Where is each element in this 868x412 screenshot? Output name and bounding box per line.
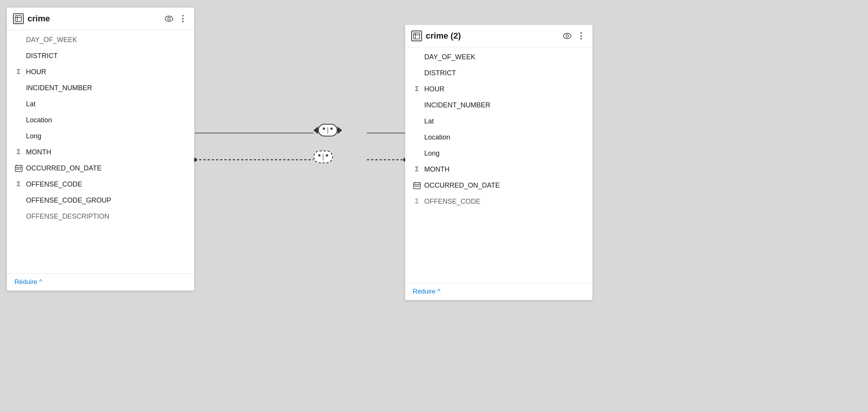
field-name: INCIDENT_NUMBER (424, 101, 585, 109)
svg-rect-19 (414, 33, 420, 39)
field-name: INCIDENT_NUMBER (26, 84, 187, 92)
field-name: Lat (26, 100, 187, 108)
calendar-icon (413, 182, 421, 189)
list-item: OCCURRED_ON_DATE (7, 160, 194, 176)
card1-body[interactable]: DAY_OF_WEEK DISTRICT Σ HOUR INCIDENT_NUM… (7, 30, 194, 273)
list-item: Long (7, 128, 194, 144)
card1-title: crime (28, 14, 160, 24)
sigma-icon: Σ (15, 149, 23, 156)
list-item: OFFENSE_CODE_GROUP (7, 192, 194, 208)
svg-rect-29 (417, 186, 418, 187)
card1-header: crime ⋮ (7, 8, 194, 30)
card2-body[interactable]: DAY_OF_WEEK DISTRICT Σ HOUR INCIDENT_NUM… (405, 47, 592, 283)
svg-rect-16 (16, 169, 18, 170)
relationship-badge-1: * | * (313, 124, 342, 136)
arrow-right-1 (337, 127, 342, 134)
table-card-1: crime ⋮ DAY_OF_WEEK DISTRICT (7, 8, 194, 290)
field-name: DAY_OF_WEEK (26, 36, 187, 44)
svg-rect-28 (415, 186, 416, 187)
field-name: Location (424, 133, 585, 141)
field-name: MONTH (424, 165, 585, 174)
card1-header-icons: ⋮ (164, 13, 188, 24)
sigma-icon: Σ (413, 86, 421, 92)
field-name: DISTRICT (26, 52, 187, 60)
field-name: OFFENSE_CODE (26, 180, 187, 188)
card2-header-icons: ⋮ (562, 30, 586, 42)
badge-left-symbol-2: * (318, 153, 321, 161)
card2-footer: Réduire ^ (405, 283, 592, 300)
list-item: DISTRICT (405, 65, 592, 81)
badge-inner-2: * | * (313, 151, 333, 163)
card2-more-icon[interactable]: ⋮ (576, 30, 586, 42)
list-item: INCIDENT_NUMBER (405, 97, 592, 113)
badge-inner-1: * | * (318, 124, 337, 136)
field-name: DISTRICT (424, 69, 585, 77)
field-name: Long (424, 149, 585, 157)
svg-point-23 (566, 35, 569, 37)
svg-rect-30 (418, 186, 419, 187)
field-name: Location (26, 116, 187, 124)
list-item: Σ MONTH (405, 161, 592, 177)
field-name: OFFENSE_DESCRIPTION (26, 212, 187, 221)
arrow-left-1 (313, 127, 318, 134)
list-item: OFFENSE_DESCRIPTION (7, 208, 194, 224)
list-item-location-2: Location (405, 129, 592, 145)
list-item: OCCURRED_ON_DATE (405, 177, 592, 193)
reduire-label-2: Réduire ^ (413, 288, 440, 295)
svg-rect-7 (15, 16, 21, 22)
field-name: DAY_OF_WEEK (424, 53, 585, 61)
badge-separator-1: | (327, 126, 329, 134)
list-item-location-1: Location (7, 112, 194, 128)
list-item: DAY_OF_WEEK (405, 49, 592, 65)
card1-more-icon[interactable]: ⋮ (178, 13, 188, 24)
relationship-badge-2: * | * (313, 151, 333, 163)
badge-left-symbol-1: * (323, 126, 325, 134)
list-item: Σ OFFENSE_CODE (7, 176, 194, 192)
badge-right-symbol-2: * (326, 153, 328, 161)
card2-visibility-icon[interactable] (562, 32, 572, 40)
sigma-icon: Σ (413, 166, 421, 173)
sigma-icon: Σ (15, 181, 23, 188)
card1-visibility-icon[interactable] (164, 15, 174, 23)
reduire-button-1[interactable]: Réduire ^ (15, 278, 187, 286)
table-card-2: crime (2) ⋮ DAY_OF_WEEK DISTRICT (405, 25, 592, 300)
reduire-button-2[interactable]: Réduire ^ (413, 288, 585, 295)
card2-title: crime (2) (426, 31, 558, 41)
field-name: OFFENSE_CODE (424, 198, 585, 206)
badge-separator-2: | (322, 153, 324, 161)
field-name: OCCURRED_ON_DATE (424, 182, 585, 190)
field-name: Long (26, 132, 187, 140)
field-name: MONTH (26, 148, 187, 156)
list-item: Σ MONTH (7, 144, 194, 160)
list-item: DAY_OF_WEEK (7, 32, 194, 48)
list-item: Lat (7, 96, 194, 112)
table-icon-2 (411, 31, 422, 41)
sigma-icon: Σ (413, 198, 421, 205)
field-name: OFFENSE_CODE_GROUP (26, 196, 187, 204)
table-icon-1 (13, 13, 24, 24)
list-item: INCIDENT_NUMBER (7, 80, 194, 96)
calendar-icon (15, 164, 23, 172)
field-name: HOUR (26, 68, 187, 76)
badge-right-symbol-1: * (330, 126, 333, 134)
list-item: Lat (405, 113, 592, 129)
card2-header: crime (2) ⋮ (405, 25, 592, 47)
list-item: Σ HOUR (7, 64, 194, 80)
card1-footer: Réduire ^ (7, 273, 194, 290)
svg-point-22 (563, 33, 571, 39)
canvas: * | * * | * crime (0, 0, 868, 412)
sigma-icon: Σ (15, 68, 23, 75)
field-name: HOUR (424, 85, 585, 93)
list-item: DISTRICT (7, 48, 194, 64)
svg-rect-18 (20, 169, 21, 170)
svg-point-10 (165, 16, 173, 21)
field-name: OCCURRED_ON_DATE (26, 164, 187, 172)
reduire-label-1: Réduire ^ (15, 278, 42, 286)
field-name: Lat (424, 117, 585, 125)
svg-rect-17 (18, 169, 19, 170)
svg-point-11 (168, 18, 170, 20)
list-item: Σ OFFENSE_CODE (405, 193, 592, 209)
list-item: Long (405, 145, 592, 161)
list-item: Σ HOUR (405, 81, 592, 97)
